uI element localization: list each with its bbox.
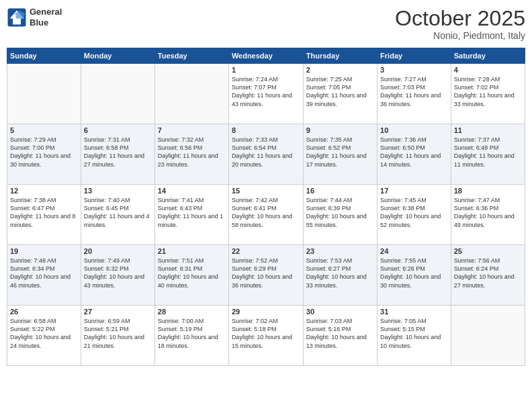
daylight-label: Daylight: 11 hours and 4 minutes. [84, 213, 150, 228]
day-number: 2 [306, 66, 374, 74]
col-header-friday: Friday [378, 48, 451, 64]
calendar-cell: 21Sunrise: 7:51 AMSunset: 6:31 PMDayligh… [154, 245, 228, 306]
sunrise-label: Sunrise: 7:32 AM [158, 136, 204, 143]
sunset-label: Sunset: 5:18 PM [232, 326, 277, 332]
sunrise-label: Sunrise: 7:28 AM [454, 76, 500, 83]
sunrise-label: Sunrise: 7:48 AM [10, 257, 56, 264]
day-number: 20 [84, 247, 152, 255]
daylight-label: Daylight: 10 hours and 58 minutes. [232, 213, 292, 228]
day-info: Sunrise: 7:53 AMSunset: 6:27 PMDaylight:… [306, 257, 374, 289]
day-number: 5 [10, 126, 78, 134]
day-number: 23 [306, 247, 374, 255]
calendar-cell: 14Sunrise: 7:41 AMSunset: 6:43 PMDayligh… [154, 185, 228, 245]
sunset-label: Sunset: 6:48 PM [454, 144, 499, 151]
day-number: 18 [454, 187, 522, 195]
sunrise-label: Sunrise: 6:58 AM [10, 318, 56, 324]
daylight-label: Daylight: 11 hours and 17 minutes. [306, 152, 367, 167]
sunset-label: Sunset: 6:31 PM [158, 265, 203, 272]
calendar-cell: 1Sunrise: 7:24 AMSunset: 7:07 PMDaylight… [228, 64, 303, 124]
daylight-label: Daylight: 10 hours and 13 minutes. [306, 334, 367, 349]
sunset-label: Sunset: 6:41 PM [232, 205, 277, 212]
calendar-cell: 19Sunrise: 7:48 AMSunset: 6:34 PMDayligh… [7, 245, 81, 306]
sunset-label: Sunset: 5:19 PM [158, 326, 203, 332]
sunrise-label: Sunrise: 7:00 AM [158, 318, 204, 324]
sunrise-label: Sunrise: 7:51 AM [158, 257, 204, 264]
header: General Blue October 2025 Nonio, Piedmon… [7, 7, 525, 41]
calendar-cell: 12Sunrise: 7:38 AMSunset: 6:47 PMDayligh… [7, 185, 81, 245]
calendar-cell: 11Sunrise: 7:37 AMSunset: 6:48 PMDayligh… [451, 124, 525, 185]
day-info: Sunrise: 7:31 AMSunset: 6:58 PMDaylight:… [84, 136, 152, 169]
daylight-label: Daylight: 11 hours and 20 minutes. [232, 152, 292, 167]
daylight-label: Daylight: 10 hours and 49 minutes. [454, 213, 515, 228]
sunset-label: Sunset: 5:21 PM [84, 326, 129, 332]
calendar-cell [81, 64, 154, 124]
day-number: 8 [232, 126, 300, 134]
daylight-label: Daylight: 10 hours and 21 minutes. [84, 334, 144, 349]
calendar-week-row: 26Sunrise: 6:58 AMSunset: 5:22 PMDayligh… [7, 306, 525, 366]
daylight-label: Daylight: 10 hours and 15 minutes. [232, 334, 292, 349]
page: General Blue October 2025 Nonio, Piedmon… [0, 0, 532, 411]
sunrise-label: Sunrise: 7:36 AM [380, 136, 427, 143]
calendar-week-row: 1Sunrise: 7:24 AMSunset: 7:07 PMDaylight… [7, 64, 525, 124]
calendar-cell: 31Sunrise: 7:05 AMSunset: 5:15 PMDayligh… [378, 306, 451, 366]
day-number: 4 [454, 66, 522, 74]
sunset-label: Sunset: 6:39 PM [306, 205, 351, 212]
day-number: 22 [232, 247, 300, 255]
daylight-label: Daylight: 10 hours and 27 minutes. [454, 273, 515, 288]
sunrise-label: Sunrise: 7:35 AM [306, 136, 353, 143]
sunset-label: Sunset: 6:52 PM [306, 144, 351, 151]
sunrise-label: Sunrise: 7:44 AM [306, 197, 353, 203]
calendar-cell: 24Sunrise: 7:55 AMSunset: 6:26 PMDayligh… [378, 245, 451, 306]
sunrise-label: Sunrise: 7:25 AM [306, 76, 353, 83]
calendar-cell: 6Sunrise: 7:31 AMSunset: 6:58 PMDaylight… [81, 124, 154, 185]
sunset-label: Sunset: 6:29 PM [232, 265, 277, 272]
sunset-label: Sunset: 6:58 PM [84, 144, 129, 151]
calendar-cell [451, 306, 525, 366]
day-number: 11 [454, 126, 522, 134]
sunset-label: Sunset: 6:36 PM [454, 205, 499, 212]
calendar-table: SundayMondayTuesdayWednesdayThursdayFrid… [7, 48, 525, 366]
daylight-label: Daylight: 10 hours and 24 minutes. [10, 334, 71, 349]
day-info: Sunrise: 7:03 AMSunset: 5:16 PMDaylight:… [306, 317, 374, 350]
sunrise-label: Sunrise: 6:59 AM [84, 318, 130, 324]
col-header-tuesday: Tuesday [154, 48, 228, 64]
calendar-cell: 30Sunrise: 7:03 AMSunset: 5:16 PMDayligh… [303, 306, 377, 366]
sunrise-label: Sunrise: 7:31 AM [84, 136, 130, 143]
calendar-cell: 10Sunrise: 7:36 AMSunset: 6:50 PMDayligh… [378, 124, 451, 185]
calendar-header-row: SundayMondayTuesdayWednesdayThursdayFrid… [7, 48, 525, 64]
calendar-cell: 9Sunrise: 7:35 AMSunset: 6:52 PMDaylight… [303, 124, 377, 185]
sunset-label: Sunset: 6:32 PM [84, 265, 129, 272]
day-info: Sunrise: 7:24 AMSunset: 7:07 PMDaylight:… [232, 75, 300, 108]
col-header-sunday: Sunday [7, 48, 81, 64]
day-info: Sunrise: 7:49 AMSunset: 6:32 PMDaylight:… [84, 257, 152, 289]
sunset-label: Sunset: 7:03 PM [380, 84, 425, 91]
calendar-cell: 18Sunrise: 7:47 AMSunset: 6:36 PMDayligh… [451, 185, 525, 245]
sunrise-label: Sunrise: 7:38 AM [10, 197, 56, 203]
col-header-thursday: Thursday [303, 48, 377, 64]
sunset-label: Sunset: 6:50 PM [380, 144, 425, 151]
calendar-cell: 23Sunrise: 7:53 AMSunset: 6:27 PMDayligh… [303, 245, 377, 306]
sunrise-label: Sunrise: 7:40 AM [84, 197, 130, 203]
sunrise-label: Sunrise: 7:03 AM [306, 318, 353, 324]
sunrise-label: Sunrise: 7:55 AM [380, 257, 427, 264]
daylight-label: Daylight: 11 hours and 1 minute. [158, 213, 224, 228]
sunrise-label: Sunrise: 7:42 AM [232, 197, 278, 203]
calendar-cell [7, 64, 81, 124]
sunrise-label: Sunrise: 7:45 AM [380, 197, 427, 203]
day-number: 14 [158, 187, 226, 195]
sunrise-label: Sunrise: 7:24 AM [232, 76, 278, 83]
sunset-label: Sunset: 6:43 PM [158, 205, 203, 212]
sunrise-label: Sunrise: 7:41 AM [158, 197, 204, 203]
logo-icon [7, 7, 27, 28]
sunset-label: Sunset: 6:47 PM [10, 205, 55, 212]
month-title: October 2025 [395, 7, 525, 30]
day-number: 27 [84, 308, 152, 316]
day-number: 31 [380, 308, 448, 316]
calendar-cell: 22Sunrise: 7:52 AMSunset: 6:29 PMDayligh… [228, 245, 303, 306]
daylight-label: Daylight: 10 hours and 52 minutes. [380, 213, 441, 228]
calendar-cell: 28Sunrise: 7:00 AMSunset: 5:19 PMDayligh… [154, 306, 228, 366]
sunrise-label: Sunrise: 7:47 AM [454, 197, 500, 203]
daylight-label: Daylight: 10 hours and 10 minutes. [380, 334, 441, 349]
day-info: Sunrise: 7:40 AMSunset: 6:45 PMDaylight:… [84, 196, 152, 229]
sunrise-label: Sunrise: 7:29 AM [10, 136, 56, 143]
